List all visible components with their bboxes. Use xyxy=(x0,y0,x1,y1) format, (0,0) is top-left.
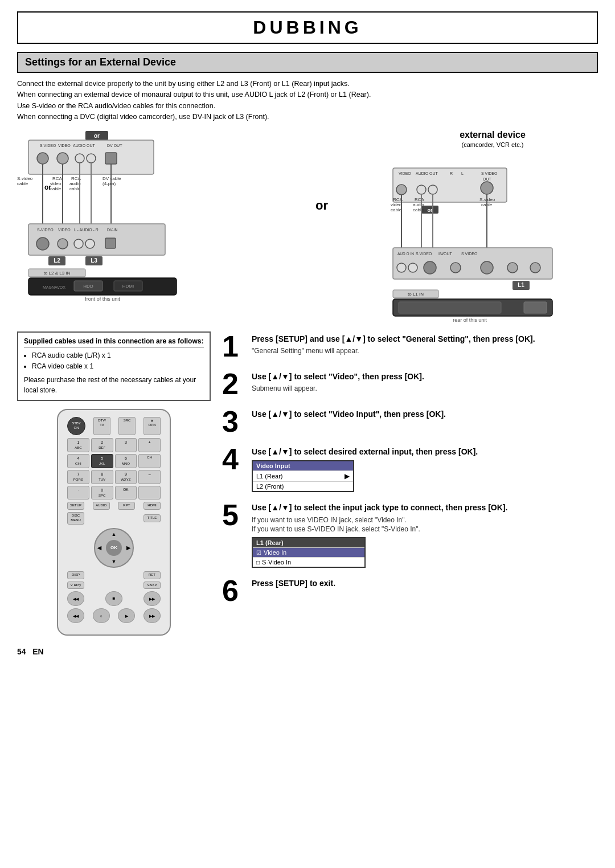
l1-submenu: L1 (Rear) ☑ Video In □ S-Video In xyxy=(252,537,366,568)
v-replay-button[interactable]: V RPly xyxy=(67,582,84,589)
title-button[interactable]: TITLE xyxy=(144,514,161,522)
setup-button[interactable]: SETUP xyxy=(67,502,84,510)
ok-button[interactable]: OK xyxy=(106,540,122,556)
page-footer: 54 EN xyxy=(17,647,598,656)
svg-text:L - AUDIO - R: L - AUDIO - R xyxy=(74,228,99,232)
svg-text:S VIDEO: S VIDEO xyxy=(461,252,478,256)
nav-right-button[interactable]: ▶ xyxy=(126,545,130,551)
step-5-content: Use [▲/▼] to select the input jack type … xyxy=(252,500,598,568)
btn-clear[interactable]: OK xyxy=(115,486,137,500)
step-6-content: Press [SETUP] to exit. xyxy=(252,576,598,591)
btn-3[interactable]: 3 xyxy=(115,438,137,452)
svg-text:R: R xyxy=(450,171,453,175)
nav-left-button[interactable]: ◀ xyxy=(97,545,101,551)
step-2-number: 2 xyxy=(222,369,245,399)
svg-rect-93 xyxy=(399,302,501,313)
external-device-label: external device xyxy=(460,130,526,140)
diagram-area: or S VIDEO VIDEO AUDIO OUT DV OUT or S-v… xyxy=(17,130,598,324)
disc-menu-button[interactable]: DISCMENU xyxy=(67,512,84,525)
btn-minus[interactable]: – xyxy=(138,470,161,484)
v-skip-button[interactable]: V.SKP xyxy=(144,582,161,589)
step-3: 3 Use [▲/▼] to select "Video Input", the… xyxy=(222,407,598,436)
btn-5[interactable]: 5JKL xyxy=(91,454,113,468)
display-button[interactable]: DISP xyxy=(67,571,84,579)
rew-button[interactable]: ◀◀ xyxy=(67,608,84,623)
nav-up-button[interactable]: ▲ xyxy=(112,531,117,537)
svg-point-82 xyxy=(408,263,417,272)
svg-point-7 xyxy=(37,153,48,164)
cables-title: Supplied cables used in this connection … xyxy=(24,337,204,347)
check-icon: ☑ xyxy=(256,550,261,556)
step-4-number: 4 xyxy=(222,444,245,474)
btn-8[interactable]: 8TUV xyxy=(91,470,113,484)
svg-text:S-VIDEO: S-VIDEO xyxy=(37,228,54,232)
menu-row-l1: L1 (Rear) ▶ xyxy=(253,470,353,481)
svg-text:video: video xyxy=(50,181,62,186)
section-title: Settings for an External Device xyxy=(25,56,176,68)
svg-point-86 xyxy=(507,263,518,273)
btn-2[interactable]: 2DEF xyxy=(91,438,113,452)
diagram-right-svg: VIDEO AUDIO OUT R L S VIDEO OUT or RCA v… xyxy=(387,151,598,322)
intro-text: Connect the external device properly to … xyxy=(17,79,598,123)
cable-item-2: RCA video cable x 1 xyxy=(32,361,204,372)
svg-text:video: video xyxy=(391,202,402,207)
remote-wrapper: STBYON DTV/TV SRC ▲OPN 1ABC 2DEF 3 + 4GH… xyxy=(17,409,211,636)
svg-text:OUT: OUT xyxy=(483,177,492,181)
remote-function-row: SETUP AUDIO RPT HDMI xyxy=(67,502,161,510)
btn-dot[interactable]: · xyxy=(67,486,89,500)
stop-button[interactable]: ■ xyxy=(105,591,122,606)
svg-point-33 xyxy=(36,238,49,250)
svg-point-87 xyxy=(530,263,540,273)
remote-top-row: STBYON DTV/TV SRC ▲OPN xyxy=(67,417,161,435)
svg-text:VIDEO: VIDEO xyxy=(58,228,71,232)
svg-text:AUD O IN: AUD O IN xyxy=(397,252,414,256)
remote-control: STBYON DTV/TV SRC ▲OPN 1ABC 2DEF 3 + 4GH… xyxy=(57,409,171,636)
ffw-button[interactable]: ▶▶ xyxy=(144,608,161,623)
btn-0[interactable]: 0SPC xyxy=(91,486,113,500)
svg-point-59 xyxy=(417,185,426,194)
btn-9[interactable]: 9WXYZ xyxy=(115,470,137,484)
svg-point-85 xyxy=(481,261,493,274)
hdmi-button[interactable]: HDMI xyxy=(144,502,161,510)
remote-num-grid: 1ABC 2DEF 3 + 4GHI 5JKL 6MNO CH 7PQRS 8T… xyxy=(67,438,161,500)
repeat-button[interactable]: RPT xyxy=(118,502,135,510)
nav-down-button[interactable]: ▼ xyxy=(112,559,117,564)
center-or-label: or xyxy=(315,198,328,213)
submenu-header: L1 (Rear) xyxy=(253,538,364,547)
svg-text:RCA: RCA xyxy=(415,197,425,202)
audio-button[interactable]: AUDIO xyxy=(93,502,110,510)
right-column: 1 Press [SETUP] and use [▲/▼] to select … xyxy=(222,331,598,636)
intro-line-3: Use S-video or the RCA audio/video cable… xyxy=(17,101,598,112)
open-close-button[interactable]: ▲OPN xyxy=(144,417,161,435)
step-1-sub: "General Setting" menu will appear. xyxy=(252,346,598,356)
btn-6[interactable]: 6MNO xyxy=(115,454,137,468)
step-5-number: 5 xyxy=(222,500,245,530)
cable-item-1: RCA audio cable (L/R) x 1 xyxy=(32,350,204,361)
btn-1[interactable]: 1ABC xyxy=(67,438,89,452)
svg-text:front of this unit: front of this unit xyxy=(85,296,120,301)
svg-rect-37 xyxy=(105,238,116,248)
svg-text:S-video: S-video xyxy=(17,176,33,181)
svg-text:L: L xyxy=(461,171,464,175)
svg-text:or: or xyxy=(428,207,433,213)
svg-text:MAGNAVOX: MAGNAVOX xyxy=(43,285,65,289)
next-button[interactable]: ▶▶ xyxy=(144,591,161,606)
dtv-tv-button[interactable]: DTV/TV xyxy=(93,417,110,435)
return-button[interactable]: RET xyxy=(144,571,161,579)
btn-channel[interactable]: CH xyxy=(138,454,161,468)
play-button[interactable]: ▶ xyxy=(118,608,135,623)
standby-button[interactable]: STBYON xyxy=(67,417,85,435)
svg-point-60 xyxy=(428,185,437,194)
footer-page-number: 54 xyxy=(17,647,26,656)
btn-plus[interactable]: + xyxy=(138,438,161,452)
prev-button[interactable]: ◀◀ xyxy=(67,591,84,606)
svg-point-61 xyxy=(481,182,493,194)
menu-header: Video Input xyxy=(253,461,353,470)
pause-button[interactable]: ○ xyxy=(93,608,110,623)
source-button[interactable]: SRC xyxy=(118,417,136,435)
svg-text:L3: L3 xyxy=(91,257,97,264)
menu-l1-label: L1 (Rear) xyxy=(256,473,282,480)
btn-4[interactable]: 4GHI xyxy=(67,454,89,468)
btn-7[interactable]: 7PQRS xyxy=(67,470,89,484)
svg-text:L2: L2 xyxy=(54,257,60,264)
